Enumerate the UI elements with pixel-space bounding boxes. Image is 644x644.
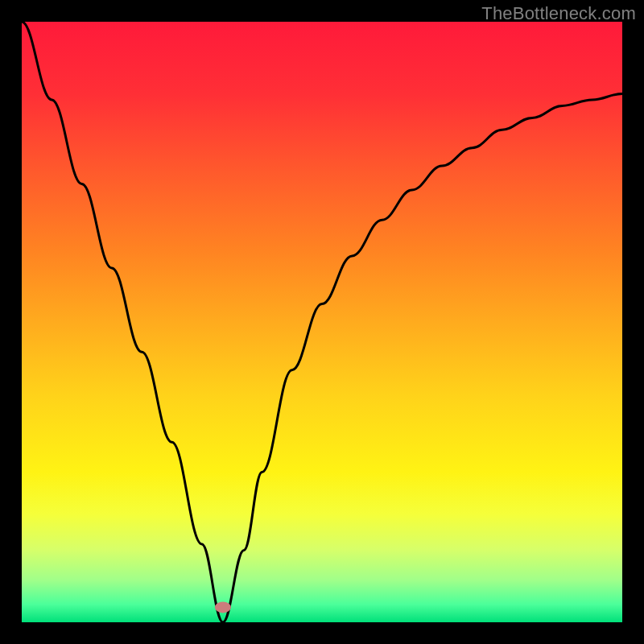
bottleneck-chart — [22, 22, 622, 622]
chart-stage: TheBottleneck.com — [0, 0, 644, 644]
plot-area — [22, 22, 622, 622]
gradient-background — [22, 22, 622, 622]
watermark-text: TheBottleneck.com — [481, 3, 636, 24]
optimal-marker — [215, 601, 231, 613]
